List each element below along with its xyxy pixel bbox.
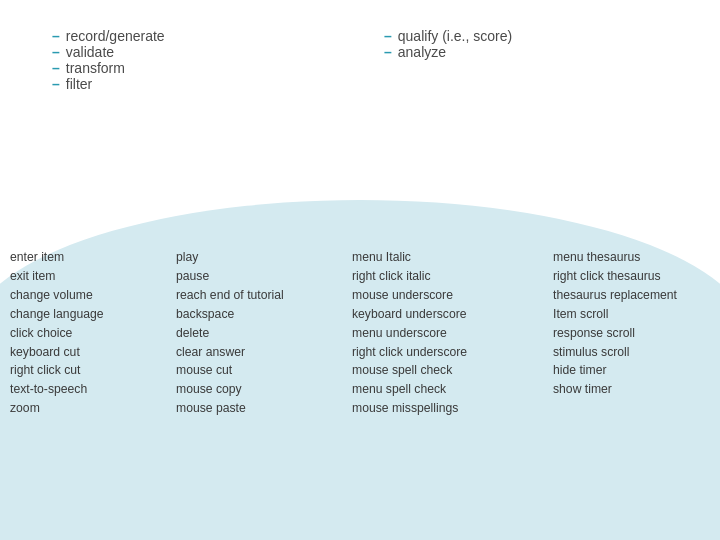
list-item: menu thesaurus [553,248,718,267]
column-2: playpausereach end of tutorialbackspaced… [176,248,346,418]
bullet-item: –filter [52,76,364,92]
bullet-text: transform [66,60,125,76]
list-item: exit item [10,267,170,286]
list-item: mouse paste [176,399,346,418]
bullet-item: –record/generate [52,28,364,44]
list-item: clear answer [176,343,346,362]
bullet-text: qualify (i.e., score) [398,28,512,44]
list-item: menu spell check [352,380,547,399]
oval-section: enter itemexit itemchange volumechange l… [0,200,720,540]
bullet-item: –transform [52,60,364,76]
list-item: change volume [10,286,170,305]
bullet-dash: – [384,44,392,60]
list-item: mouse spell check [352,361,547,380]
list-item: menu underscore [352,324,547,343]
bullets-right: –qualify (i.e., score)–analyze [384,28,696,92]
bullet-text: validate [66,44,114,60]
bullet-dash: – [52,60,60,76]
page: –record/generate–validate–transform–filt… [0,0,720,540]
list-item: keyboard cut [10,343,170,362]
list-item: hide timer [553,361,718,380]
list-item: enter item [10,248,170,267]
list-item: mouse cut [176,361,346,380]
list-item: mouse underscore [352,286,547,305]
column-3: menu Italicright click italicmouse under… [352,248,547,418]
list-item: pause [176,267,346,286]
list-item: delete [176,324,346,343]
list-item: right click italic [352,267,547,286]
list-item: mouse misspellings [352,399,547,418]
list-item: text-to-speech [10,380,170,399]
bullets-section: –record/generate–validate–transform–filt… [52,28,696,92]
list-item: reach end of tutorial [176,286,346,305]
bullet-item: –qualify (i.e., score) [384,28,696,44]
list-item: right click thesaurus [553,267,718,286]
bullet-dash: – [52,76,60,92]
list-item: change language [10,305,170,324]
bullet-text: record/generate [66,28,165,44]
list-item: keyboard underscore [352,305,547,324]
list-item: backspace [176,305,346,324]
list-item: play [176,248,346,267]
column-4: menu thesaurusright click thesaurusthesa… [553,248,718,418]
list-item: zoom [10,399,170,418]
list-item: stimulus scroll [553,343,718,362]
bullet-text: filter [66,76,92,92]
bullet-item: –analyze [384,44,696,60]
list-item: Item scroll [553,305,718,324]
list-item: menu Italic [352,248,547,267]
list-item: click choice [10,324,170,343]
list-item: right click underscore [352,343,547,362]
bullet-dash: – [52,44,60,60]
list-item: response scroll [553,324,718,343]
bullets-left: –record/generate–validate–transform–filt… [52,28,364,92]
bullet-dash: – [384,28,392,44]
columns-wrapper: enter itemexit itemchange volumechange l… [0,248,720,418]
list-item: mouse copy [176,380,346,399]
list-item: show timer [553,380,718,399]
bullet-item: –validate [52,44,364,60]
bullet-text: analyze [398,44,446,60]
list-item: right click cut [10,361,170,380]
bullet-dash: – [52,28,60,44]
column-1: enter itemexit itemchange volumechange l… [10,248,170,418]
list-item: thesaurus replacement [553,286,718,305]
